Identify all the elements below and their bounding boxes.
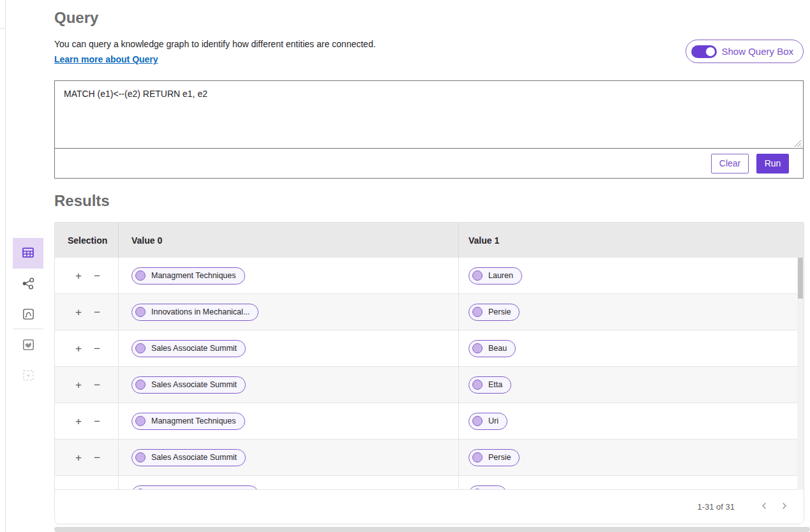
- expand-row-button[interactable]: +: [75, 307, 82, 318]
- expand-row-button[interactable]: +: [75, 270, 82, 281]
- entity-pill-value0[interactable]: Managment Techniques: [131, 413, 245, 430]
- resize-grip-icon[interactable]: [793, 139, 802, 147]
- value1-pill-label: Lauren: [488, 271, 513, 280]
- expand-row-button[interactable]: +: [75, 416, 82, 427]
- left-panel-divider: [5, 0, 6, 532]
- toggle-switch-icon: [691, 45, 717, 58]
- value1-pill-label: Persie: [488, 307, 511, 316]
- value1-cell: Uri: [459, 403, 804, 439]
- query-actions-bar: Clear Run: [55, 148, 803, 178]
- entity-pill-value0[interactable]: Sales Associate Summit: [131, 449, 246, 466]
- view-tab-selection: [20, 369, 36, 384]
- value1-pill-label: Beau: [488, 344, 507, 353]
- show-query-box-toggle[interactable]: Show Query Box: [686, 40, 804, 63]
- selection-cell: + −: [55, 330, 119, 366]
- table-row: + − Managment Techniques Uri: [55, 403, 804, 440]
- collapse-row-button[interactable]: −: [94, 343, 100, 354]
- chevron-left-icon: [760, 501, 769, 512]
- collapse-row-button[interactable]: −: [94, 307, 100, 318]
- graph-nodes-icon: [22, 277, 35, 292]
- entity-dot-icon: [472, 380, 483, 390]
- entity-pill-value1[interactable]: Etta: [469, 376, 511, 394]
- collapse-row-button[interactable]: −: [94, 380, 100, 390]
- value1-pill-label: Persie: [488, 453, 511, 462]
- value0-cell: Managment Techniques: [119, 403, 459, 439]
- value0-pill-label: Managment Techniques: [151, 271, 236, 280]
- page-description: You can query a knowledge graph to ident…: [54, 39, 376, 49]
- column-header-selection: Selection: [55, 223, 119, 258]
- expand-row-button[interactable]: +: [75, 380, 82, 390]
- table-row: + − Sales Associate Summit Persie: [55, 440, 804, 476]
- rail-divider: [13, 329, 43, 329]
- entity-dot-icon: [135, 270, 146, 281]
- selection-box-icon: [22, 369, 35, 384]
- vertical-scrollbar-thumb[interactable]: [798, 258, 803, 299]
- view-tab-map[interactable]: [20, 338, 36, 353]
- value0-pill-label: Sales Associate Summit: [151, 344, 237, 353]
- entity-pill-value1[interactable]: Persie: [469, 449, 520, 466]
- entity-dot-icon: [135, 416, 146, 426]
- entity-dot-icon: [135, 452, 146, 462]
- value1-cell: [459, 476, 804, 491]
- expand-row-button[interactable]: +: [75, 452, 82, 463]
- entity-dot-icon: [135, 380, 146, 390]
- value0-cell: Sales Associate Summit: [119, 330, 459, 366]
- table-row: + − Sales Associate Summit Etta: [55, 367, 804, 403]
- map-image-icon: [22, 338, 35, 353]
- table-row: + − Sales Associate Summit Beau: [55, 330, 804, 367]
- selection-cell: + −: [55, 476, 119, 491]
- collapse-row-button[interactable]: −: [94, 452, 100, 463]
- value0-pill-label: Sales Associate Summit: [151, 453, 237, 462]
- expand-row-button[interactable]: +: [75, 343, 82, 354]
- results-title: Results: [54, 192, 110, 210]
- table-header-row: Selection Value 0 Value 1: [55, 223, 804, 258]
- knowledge-graph-query-page: Query You can query a knowledge graph to…: [0, 0, 810, 532]
- query-editor-box: MATCH (e1)<--(e2) RETURN e1, e2 Clear Ru…: [54, 80, 804, 179]
- query-input[interactable]: MATCH (e1)<--(e2) RETURN e1, e2: [55, 81, 803, 148]
- chevron-right-icon: [780, 501, 789, 512]
- collapse-row-button[interactable]: −: [94, 416, 100, 427]
- collapse-row-button[interactable]: −: [94, 270, 100, 281]
- entity-pill-value1[interactable]: Uri: [469, 413, 507, 430]
- previous-page-button[interactable]: [754, 497, 774, 517]
- entity-pill-value1[interactable]: Lauren: [469, 267, 522, 284]
- table-row: + − Managment Techniques Lauren: [55, 258, 804, 294]
- next-page-button[interactable]: [774, 497, 795, 517]
- entity-pill-value0[interactable]: Innovations in Mechanical...: [131, 304, 259, 321]
- view-tab-graph[interactable]: [20, 277, 36, 292]
- horizontal-scrollbar[interactable]: [54, 527, 810, 532]
- toggle-label: Show Query Box: [721, 46, 793, 57]
- value1-cell: Etta: [459, 367, 804, 403]
- entity-pill-value1[interactable]: Persie: [469, 304, 520, 321]
- table-body: + − Managment Techniques Lauren + − Inno…: [55, 258, 804, 491]
- learn-more-link[interactable]: Learn more about Query: [54, 54, 158, 64]
- view-tab-table[interactable]: [13, 238, 43, 269]
- toggle-knob: [706, 47, 715, 56]
- entity-dot-icon: [472, 416, 483, 426]
- entity-pill-value0[interactable]: Sales Associate Summit: [131, 340, 246, 357]
- value1-cell: Lauren: [459, 258, 804, 293]
- entity-dot-icon: [472, 270, 483, 281]
- entity-pill-value0[interactable]: Sales Associate Summit: [131, 376, 246, 394]
- column-header-value0: Value 0: [119, 223, 459, 258]
- column-header-value1: Value 1: [459, 223, 804, 258]
- entity-dot-icon: [472, 307, 483, 317]
- value1-pill-label: Etta: [488, 380, 502, 389]
- results-table: Selection Value 0 Value 1 + − Managment …: [54, 222, 804, 524]
- entity-dot-icon: [135, 343, 146, 353]
- value0-cell: Innovations in Mechanical...: [119, 294, 459, 330]
- entity-pill-value0[interactable]: Managment Techniques: [131, 267, 245, 284]
- view-tab-route[interactable]: [20, 307, 36, 323]
- entity-pill-value1[interactable]: Beau: [469, 340, 516, 357]
- entity-dot-icon: [135, 307, 146, 317]
- value0-pill-label: Innovations in Mechanical...: [151, 307, 250, 316]
- selection-cell: + −: [55, 367, 119, 403]
- entity-dot-icon: [472, 452, 483, 462]
- table-row: + − Innovations in Mechanical... Persie: [55, 294, 804, 330]
- value1-cell: Beau: [459, 330, 804, 366]
- selection-cell: + −: [55, 403, 119, 439]
- value1-cell: Persie: [459, 440, 804, 475]
- clear-button[interactable]: Clear: [711, 154, 749, 174]
- run-button[interactable]: Run: [756, 154, 789, 174]
- value0-cell: Sales Associate Summit: [119, 440, 459, 475]
